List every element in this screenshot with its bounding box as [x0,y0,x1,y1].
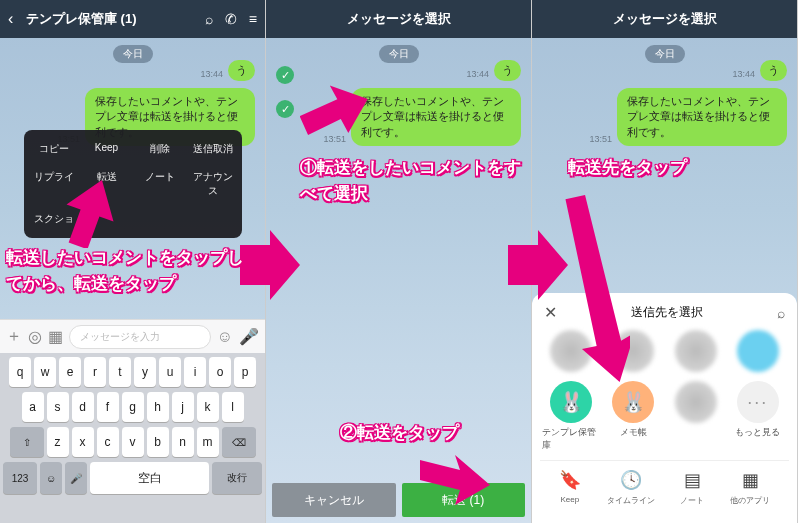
screen-1: ‹ テンプレ保管庫 (1) ⌕ ✆ ≡ 今日 13:44 う 13:51 保存し… [0,0,266,523]
menu-announce[interactable]: アナウンス [187,164,238,204]
key-u[interactable]: u [159,357,181,387]
key-w[interactable]: w [34,357,56,387]
step-arrow-icon [240,230,300,300]
contact[interactable] [729,330,787,375]
message-bubble[interactable]: う [228,60,255,81]
message-bubble[interactable]: う [760,60,787,81]
contact-memo[interactable]: 🐰メモ帳 [604,381,662,452]
search-icon[interactable]: ⌕ [205,11,213,27]
contact-template[interactable]: 🐰テンプレ保管庫 [542,381,600,452]
back-icon[interactable]: ‹ [8,10,26,28]
message-input[interactable]: メッセージを入力 [69,325,211,349]
app-row: 🔖Keep 🕓タイムライン ▤ノート ▦他のアプリ [540,460,789,510]
date-label: 今日 [379,45,419,63]
select-checkbox[interactable]: ✓ [276,66,294,84]
timestamp: 13:44 [732,69,755,79]
pointer-arrow-icon [300,85,370,155]
svg-marker-1 [508,230,568,300]
call-icon[interactable]: ✆ [225,11,237,27]
key-shift[interactable]: ⇧ [10,427,44,457]
timestamp: 13:44 [200,69,223,79]
app-other[interactable]: ▦他のアプリ [730,469,770,506]
camera-icon[interactable]: ◎ [28,327,42,346]
select-checkbox[interactable]: ✓ [276,100,294,118]
emoji-icon[interactable]: ☺ [217,328,233,346]
date-label: 今日 [645,45,685,63]
key-r[interactable]: r [84,357,106,387]
key-n[interactable]: n [172,427,194,457]
cancel-button[interactable]: キャンセル [272,483,396,517]
step-arrow-icon [508,230,568,300]
key-e[interactable]: e [59,357,81,387]
rabbit-icon: 🐰 [550,381,592,423]
key-d[interactable]: d [72,392,94,422]
svg-marker-0 [240,230,300,300]
pointer-arrow-icon [560,195,630,385]
contact[interactable] [667,330,725,375]
key-x[interactable]: x [72,427,94,457]
chat-header: ‹ テンプレ保管庫 (1) ⌕ ✆ ≡ [0,0,265,38]
timestamp: 13:44 [466,69,489,79]
key-v[interactable]: v [122,427,144,457]
timestamp: 13:51 [589,134,612,144]
key-i[interactable]: i [184,357,206,387]
key-k[interactable]: k [197,392,219,422]
key-space[interactable]: 空白 [90,462,209,494]
svg-marker-3 [300,85,370,141]
search-icon[interactable]: ⌕ [777,305,785,321]
key-z[interactable]: z [47,427,69,457]
key-y[interactable]: y [134,357,156,387]
menu-keep[interactable]: Keep [81,136,132,162]
message-bubble[interactable]: う [494,60,521,81]
app-note[interactable]: ▤ノート [680,469,704,506]
key-t[interactable]: t [109,357,131,387]
image-icon[interactable]: ▦ [48,327,63,346]
key-j[interactable]: j [172,392,194,422]
contact-more[interactable]: ···もっと見る [729,381,787,452]
menu-delete[interactable]: 削除 [134,136,185,162]
key-h[interactable]: h [147,392,169,422]
select-header: メッセージを選択 [266,0,531,38]
more-icon: ··· [737,381,779,423]
bookmark-icon: 🔖 [559,469,581,491]
svg-marker-4 [420,455,490,505]
app-timeline[interactable]: 🕓タイムライン [607,469,655,506]
message-bubble[interactable]: 保存したいコメントや、テンプレ文章は転送を掛けると便利です。 [351,88,521,146]
key-f[interactable]: f [97,392,119,422]
plus-icon[interactable]: ＋ [6,326,22,347]
key-g[interactable]: g [122,392,144,422]
key-o[interactable]: o [209,357,231,387]
menu-icon[interactable]: ≡ [249,11,257,27]
date-label: 今日 [113,45,153,63]
contact[interactable] [667,381,725,452]
note-icon: ▤ [684,469,701,491]
chat-title: テンプレ保管庫 (1) [26,10,205,28]
key-a[interactable]: a [22,392,44,422]
key-123[interactable]: 123 [3,462,37,494]
app-keep[interactable]: 🔖Keep [559,469,581,506]
key-c[interactable]: c [97,427,119,457]
close-icon[interactable]: ✕ [544,303,557,322]
key-return[interactable]: 改行 [212,462,262,494]
key-p[interactable]: p [234,357,256,387]
key-q[interactable]: q [9,357,31,387]
key-l[interactable]: l [222,392,244,422]
grid-icon: ▦ [742,469,759,491]
key-backspace[interactable]: ⌫ [222,427,256,457]
sheet-title: 送信先を選択 [631,304,703,321]
mic-icon[interactable]: 🎤 [239,327,259,346]
key-emoji[interactable]: ☺ [40,462,62,494]
header-title: メッセージを選択 [540,10,789,28]
message-bubble[interactable]: 保存したいコメントや、テンプレ文章は転送を掛けると便利です。 [617,88,787,146]
context-menu: コピー Keep 削除 送信取消 リプライ 転送 ノート アナウンス スクショ [24,130,242,238]
pointer-arrow-icon [420,450,490,510]
rabbit-icon: 🐰 [612,381,654,423]
menu-copy[interactable]: コピー [28,136,79,162]
key-mic[interactable]: 🎤 [65,462,87,494]
menu-note[interactable]: ノート [134,164,185,204]
key-b[interactable]: b [147,427,169,457]
menu-unsend[interactable]: 送信取消 [187,136,238,162]
key-m[interactable]: m [197,427,219,457]
key-s[interactable]: s [47,392,69,422]
screen-2: メッセージを選択 今日 ✓ 13:44 う ✓ 13:51 保存したいコメントや… [266,0,532,523]
